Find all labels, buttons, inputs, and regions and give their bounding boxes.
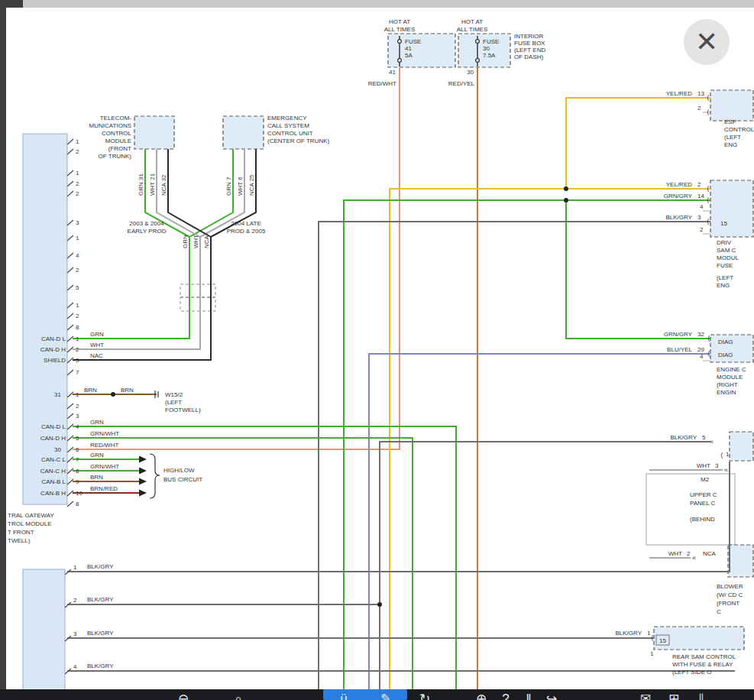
diagram-label: EARLY PROD <box>128 228 167 235</box>
driver-sam-box <box>710 180 753 237</box>
diagram-label: BRN <box>84 387 97 394</box>
diagram-label: NAC <box>90 352 103 359</box>
diagram-label: DIAG <box>718 352 733 358</box>
fuse-symbol <box>398 59 402 63</box>
diagram-label: GRN/GRY <box>664 193 693 199</box>
diagram-label: ⟨ <box>707 94 710 102</box>
pin-tick <box>67 370 73 375</box>
wire-blkgry <box>319 222 710 700</box>
diagram-label: 4 <box>700 353 704 360</box>
diagram-label: FUSE <box>483 38 499 45</box>
pin-number: 9 <box>76 478 79 485</box>
diagram-label: 29 <box>697 346 704 353</box>
pin-number: 8 <box>76 324 79 331</box>
diagram-label: BLK/GRY <box>87 563 114 570</box>
diagram-label: 3 <box>715 462 719 469</box>
zoom-out-icon[interactable]: ⊖ <box>174 690 193 700</box>
diagram-label: 15 <box>659 637 666 644</box>
diagram-label: ⟨ <box>707 109 710 116</box>
diagram-label: FUSE <box>405 38 421 45</box>
blower-box <box>728 545 753 577</box>
diagram-label: ⟨ <box>707 350 710 358</box>
rear-sam-box <box>654 627 744 650</box>
pin-tick <box>67 501 73 507</box>
junction-dot <box>564 186 568 191</box>
diagram-label: GRN/WHT <box>90 463 119 470</box>
diagram-label: WHT <box>90 342 104 348</box>
diagram-label: GRN 31 <box>138 173 144 196</box>
diagram-label: 2003 & 2004 <box>129 220 164 227</box>
pin-number: 5 <box>76 284 79 291</box>
horizontal-scrollbar[interactable] <box>0 0 754 8</box>
diagram-label: (RIGHT <box>717 381 738 388</box>
pin-tick <box>67 413 73 419</box>
wire-black <box>168 149 211 237</box>
pin-number: 2 <box>76 148 79 155</box>
diagram-label: REAR SAM CONTROL <box>672 653 736 660</box>
diagram-label: WITH FUSE & RELAY <box>672 661 733 668</box>
diagram-label: W15/2 <box>165 391 183 398</box>
diagram-label: CAN-B H <box>40 490 66 497</box>
diagram-label: (LEFT <box>724 134 741 141</box>
grid-icon[interactable]: ⊞ <box>665 690 683 700</box>
pin-number: 7 <box>76 456 79 463</box>
diagram-label: TROL MODULE <box>8 520 52 527</box>
diagram-label: 3 <box>697 214 701 221</box>
download-icon[interactable]: ⇓ <box>692 690 710 700</box>
diagram-label: 14 <box>697 193 704 199</box>
pin-tick <box>67 149 73 154</box>
pin-number: 5 <box>76 435 79 442</box>
diagram-label: HOT AT <box>389 18 410 25</box>
pin-tick <box>67 479 73 484</box>
diagram-label: NCA 25 <box>248 174 255 196</box>
text-tool-icon[interactable]: ü <box>335 690 353 700</box>
diagram-label: CAN-C L <box>41 456 66 463</box>
diagram-label: ⟨ <box>707 335 710 342</box>
rotate-icon[interactable]: ↻ <box>416 690 434 700</box>
search-icon[interactable]: ⌕ <box>229 690 248 700</box>
pin-number: 1 <box>76 391 79 398</box>
share-icon[interactable]: ↪ <box>542 690 561 700</box>
message-icon[interactable]: ✉ <box>636 690 655 700</box>
pin-tick <box>67 285 73 290</box>
diagram-label: NCA 32 <box>160 174 167 196</box>
pin-number: 1 <box>73 564 77 571</box>
diagram-label: « <box>710 438 714 446</box>
pin-number: 2 <box>73 597 77 604</box>
wiring-diagram: 121223142512812371234567891081234HOT ATA… <box>0 0 754 700</box>
diagram-label: C <box>717 608 721 615</box>
diagram-label: MODULE <box>105 138 131 144</box>
help-icon[interactable]: ? <box>497 690 515 700</box>
diagram-label: 30 <box>467 69 474 76</box>
close-button[interactable]: ✕ <box>684 19 730 65</box>
diagram-label: PROD & 2005 <box>227 228 266 235</box>
diagram-label: GRN <box>90 452 104 459</box>
vertical-scrollbar[interactable] <box>0 0 6 700</box>
pause-icon[interactable]: ‖ <box>519 690 538 700</box>
pin-tick <box>67 235 73 241</box>
draw-tool-icon[interactable]: ✎ <box>377 690 395 700</box>
wire-green <box>73 237 189 339</box>
diagram-label: ENG <box>717 282 730 289</box>
diagram-label: 41 <box>389 69 396 76</box>
pin-number: 2 <box>76 267 79 274</box>
pin-number: 2 <box>76 346 79 353</box>
diagram-label: CAN-C H <box>40 468 66 475</box>
diagram-label: (LEFT END <box>514 47 545 53</box>
pin-number: 3 <box>76 219 79 226</box>
diagram-label: (FRONT <box>717 600 739 607</box>
diagram-label: BUS CIRCUIT <box>163 476 202 483</box>
diagram-label: MUNICATIONS <box>89 122 131 129</box>
diagram-label: GRN/WHT <box>90 430 119 437</box>
diagram-label: 30 <box>54 446 61 453</box>
zoom-in-icon[interactable]: ⊕ <box>472 690 490 700</box>
upper-control-panel-box <box>646 474 735 545</box>
diagram-label: WHT <box>193 235 199 248</box>
diagram-label: PANEL C <box>690 500 716 507</box>
diagram-label: ⟨ <box>707 185 710 193</box>
emergency-call-box <box>223 116 264 149</box>
junction-dot <box>564 198 568 203</box>
pin-tick <box>67 491 73 496</box>
fuse-symbol <box>476 40 480 44</box>
diagram-label: (LEFT SIDE O <box>672 669 711 676</box>
